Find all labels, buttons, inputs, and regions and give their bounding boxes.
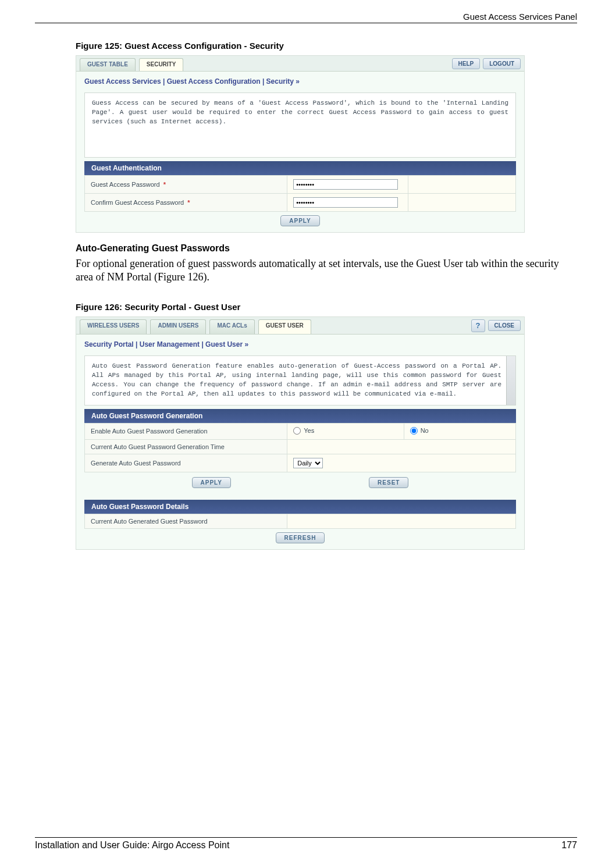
section-heading-auto-generating: Auto-Generating Guest Passwords xyxy=(76,243,577,254)
tab-mac-acls[interactable]: MAC ACLs xyxy=(209,319,254,334)
logout-button[interactable]: LOGOUT xyxy=(483,58,521,69)
table-row: Generate Auto Guest Password Daily xyxy=(85,454,516,472)
breadcrumb: Guest Access Services | Guest Access Con… xyxy=(76,72,524,89)
close-button[interactable]: CLOSE xyxy=(488,320,521,331)
details-form-table: Current Auto Generated Guest Password xyxy=(84,514,516,529)
label-current-auto-generated-password: Current Auto Generated Guest Password xyxy=(85,514,287,528)
radio-yes[interactable]: Yes xyxy=(293,427,314,435)
table-row: Current Auto Generated Guest Password xyxy=(85,514,516,528)
guest-access-password-field[interactable] xyxy=(293,179,398,190)
refresh-button[interactable]: REFRESH xyxy=(276,532,325,543)
description-box: Auto Guest Password Generation feature e… xyxy=(84,355,516,405)
table-row: Current Auto Guest Password Generation T… xyxy=(85,439,516,454)
tab-security[interactable]: SECURITY xyxy=(139,58,184,71)
scroll-down-icon[interactable]: ▼ xyxy=(506,396,515,404)
page-header: Guest Access Services Panel xyxy=(35,12,577,23)
figure-125-panel: GUEST TABLE SECURITY HELP LOGOUT Guest A… xyxy=(76,55,525,233)
page-number: 177 xyxy=(561,840,577,851)
figure-126-panel: WIRELESS USERS ADMIN USERS MAC ACLs GUES… xyxy=(76,316,525,550)
frequency-select[interactable]: Daily xyxy=(293,458,323,468)
label-guest-access-password: Guest Access Password * xyxy=(85,176,287,194)
figure-125-caption: Figure 125: Guest Access Configuration -… xyxy=(76,41,577,51)
label-confirm-guest-access-password: Confirm Guest Access Password * xyxy=(85,194,287,212)
label-generate-auto-guest-password: Generate Auto Guest Password xyxy=(85,454,287,472)
tab-wireless-users[interactable]: WIRELESS USERS xyxy=(80,319,147,334)
table-row: Confirm Guest Access Password * xyxy=(85,194,516,212)
tab-admin-users[interactable]: ADMIN USERS xyxy=(150,319,206,334)
section-guest-authentication: Guest Authentication xyxy=(84,161,516,175)
page-footer: Installation and User Guide: Airgo Acces… xyxy=(35,837,577,851)
figure-126-caption: Figure 126: Security Portal - Guest User xyxy=(76,302,577,312)
label-current-generation-time: Current Auto Guest Password Generation T… xyxy=(85,439,287,454)
body-paragraph: For optional generation of guest passwor… xyxy=(76,257,577,284)
tab-guest-user[interactable]: GUEST USER xyxy=(258,319,311,334)
help-button[interactable]: HELP xyxy=(452,58,481,69)
label-enable-auto-guest: Enable Auto Guest Password Generation xyxy=(85,423,287,439)
apply-button[interactable]: APPLY xyxy=(280,215,319,226)
section-auto-guest-password-details: Auto Guest Password Details xyxy=(84,500,516,514)
tab-guest-table[interactable]: GUEST TABLE xyxy=(80,58,136,71)
section-auto-guest-password-generation: Auto Guest Password Generation xyxy=(84,409,516,423)
tab-bar: WIRELESS USERS ADMIN USERS MAC ACLs GUES… xyxy=(76,317,524,335)
tab-bar: GUEST TABLE SECURITY HELP LOGOUT xyxy=(76,56,524,72)
description-box: Guess Access can be secured by means of … xyxy=(84,93,516,158)
generation-form-table: Enable Auto Guest Password Generation Ye… xyxy=(84,423,516,472)
auth-form-table: Guest Access Password * Confirm Guest Ac… xyxy=(84,175,516,212)
apply-button[interactable]: APPLY xyxy=(192,477,231,488)
help-icon[interactable]: ? xyxy=(471,319,485,332)
footer-left: Installation and User Guide: Airgo Acces… xyxy=(35,840,229,851)
table-row: Guest Access Password * xyxy=(85,176,516,194)
reset-button[interactable]: RESET xyxy=(369,477,408,488)
breadcrumb: Security Portal | User Management | Gues… xyxy=(76,335,524,352)
scroll-up-icon[interactable]: ▲ xyxy=(506,357,515,365)
radio-no[interactable]: No xyxy=(410,427,429,435)
table-row: Enable Auto Guest Password Generation Ye… xyxy=(85,423,516,439)
confirm-guest-access-password-field[interactable] xyxy=(293,197,398,208)
